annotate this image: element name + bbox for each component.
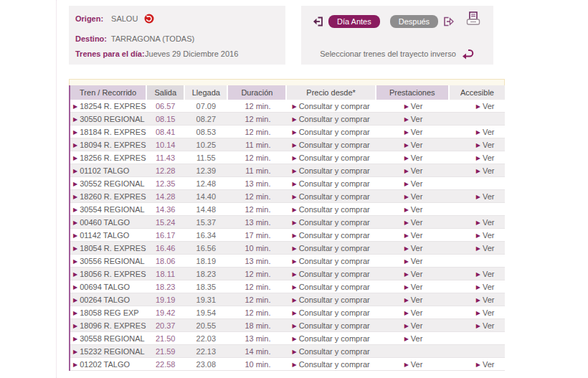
prestaciones-ver-link[interactable]: ▶Ver <box>404 244 423 252</box>
consultar-comprar-link[interactable]: ▶Consultar y comprar <box>292 257 369 265</box>
accesible-ver-link[interactable]: ▶Ver <box>476 153 495 162</box>
train-link[interactable]: 18254 R. EXPRES <box>80 102 146 110</box>
exit-left-icon[interactable] <box>311 16 324 27</box>
consultar-comprar-link[interactable]: ▶Consultar y comprar <box>292 308 369 317</box>
consultar-comprar-link[interactable]: ▶Consultar y comprar <box>292 334 369 343</box>
prestaciones-ver-link[interactable]: ▶Ver <box>404 360 423 369</box>
prestaciones-ver-link[interactable]: ▶Ver <box>404 128 423 136</box>
consultar-comprar-link[interactable]: ▶Consultar y comprar <box>292 231 369 240</box>
prestaciones-ver-link[interactable]: ▶Ver <box>404 166 423 175</box>
consultar-comprar-link[interactable]: ▶Consultar y comprar <box>292 360 369 369</box>
prestaciones-ver-link[interactable]: ▶Ver <box>404 296 423 304</box>
duracion-cell: 10 min. <box>227 358 286 371</box>
train-link[interactable]: 18260 R. EXPRES <box>80 192 146 201</box>
consultar-comprar-link[interactable]: ▶Consultar y comprar <box>292 347 369 356</box>
prestaciones-ver-link[interactable]: ▶Ver <box>404 179 423 188</box>
consultar-comprar-link[interactable]: ▶Consultar y comprar <box>292 153 369 162</box>
train-link[interactable]: 18256 R. EXPRES <box>80 153 146 162</box>
llegada-cell: 10.25 <box>184 138 227 151</box>
origin-refresh-icon[interactable] <box>144 14 154 25</box>
bullet-arrow-icon: ▶ <box>476 103 480 110</box>
train-link[interactable]: 18096 R. EXPRES <box>80 321 146 330</box>
train-link[interactable]: 18054 R. EXPRES <box>80 244 146 252</box>
precio-cell: ▶Consultar y comprar <box>286 164 375 177</box>
train-link[interactable]: 18094 R. EXPRES <box>80 141 146 149</box>
prestaciones-ver-link[interactable]: ▶Ver <box>404 102 423 110</box>
prestaciones-ver-link[interactable]: ▶Ver <box>404 141 423 149</box>
train-link[interactable]: 18058 REG EXP <box>80 308 139 317</box>
accesible-ver-link[interactable]: ▶Ver <box>476 308 495 317</box>
train-link[interactable]: 01202 TALGO <box>80 360 130 369</box>
bullet-arrow-icon: ▶ <box>476 245 480 252</box>
train-link[interactable]: 18056 R. EXPRES <box>80 270 146 278</box>
day-before-button[interactable]: Día Antes <box>328 15 380 28</box>
prestaciones-cell: ▶Ver <box>376 126 449 138</box>
accesible-ver-link[interactable]: ▶Ver <box>476 244 495 252</box>
train-link[interactable]: 18184 R. EXPRES <box>80 128 146 136</box>
consultar-comprar-link[interactable]: ▶Consultar y comprar <box>292 321 369 330</box>
consultar-comprar-link[interactable]: ▶Consultar y comprar <box>292 205 369 214</box>
consultar-comprar-link[interactable]: ▶Consultar y comprar <box>292 179 369 188</box>
train-link[interactable]: 30550 REGIONAL <box>80 115 145 123</box>
accesible-ver-link[interactable]: ▶Ver <box>476 321 495 330</box>
prestaciones-ver-link[interactable]: ▶Ver <box>404 231 423 240</box>
prestaciones-ver-link[interactable]: ▶Ver <box>404 321 423 330</box>
train-link[interactable]: 00694 TALGO <box>80 283 130 291</box>
consultar-comprar-link[interactable]: ▶Consultar y comprar <box>292 128 369 136</box>
train-link[interactable]: 01142 TALGO <box>80 231 129 240</box>
train-link[interactable]: 00264 TALGO <box>80 296 130 304</box>
train-link[interactable]: 30554 REGIONAL <box>80 205 145 214</box>
train-link[interactable]: 30552 REGIONAL <box>80 179 145 188</box>
precio-cell: ▶Consultar y comprar <box>286 229 375 242</box>
consultar-comprar-link[interactable]: ▶Consultar y comprar <box>292 115 369 123</box>
inverse-route-link[interactable]: Seleccionar trenes del trayecto inverso <box>301 47 493 60</box>
prestaciones-ver-link[interactable]: ▶Ver <box>404 205 423 214</box>
consultar-comprar-link[interactable]: ▶Consultar y comprar <box>292 192 369 201</box>
prestaciones-cell: ▶Ver <box>376 216 449 229</box>
accesible-ver-link[interactable]: ▶Ver <box>476 231 495 240</box>
prestaciones-cell: ▶Ver <box>376 255 449 268</box>
consultar-comprar-link[interactable]: ▶Consultar y comprar <box>292 102 369 110</box>
consultar-comprar-link[interactable]: ▶Consultar y comprar <box>292 283 369 291</box>
bullet-arrow-icon: ▶ <box>404 194 409 200</box>
train-cell: ▶18056 R. EXPRES <box>70 268 146 280</box>
precio-cell: ▶Consultar y comprar <box>286 255 375 268</box>
accesible-ver-link[interactable]: ▶Ver <box>476 360 495 369</box>
train-link[interactable]: 15232 REGIONAL <box>80 347 145 356</box>
train-link[interactable]: 00460 TALGO <box>80 218 130 227</box>
prestaciones-ver-link[interactable]: ▶Ver <box>404 283 423 291</box>
consultar-comprar-link[interactable]: ▶Consultar y comprar <box>292 166 369 175</box>
prestaciones-ver-link[interactable]: ▶Ver <box>404 257 423 265</box>
bullet-arrow-icon: ▶ <box>292 336 296 342</box>
consultar-comprar-link[interactable]: ▶Consultar y comprar <box>292 244 369 252</box>
consultar-comprar-link[interactable]: ▶Consultar y comprar <box>292 141 369 149</box>
accesible-ver-link[interactable]: ▶Ver <box>476 192 495 201</box>
prestaciones-ver-link[interactable]: ▶Ver <box>404 153 423 162</box>
accesible-ver-link[interactable]: ▶Ver <box>476 296 495 304</box>
exit-right-icon[interactable] <box>442 16 455 27</box>
accesible-ver-link[interactable]: ▶Ver <box>476 270 495 278</box>
accesible-ver-link[interactable]: ▶Ver <box>476 283 495 291</box>
train-link[interactable]: 01102 TALGO <box>80 166 129 175</box>
bullet-arrow-icon: ▶ <box>476 271 480 278</box>
day-after-button[interactable]: Después <box>390 15 438 28</box>
prestaciones-ver-link[interactable]: ▶Ver <box>404 308 423 317</box>
train-link[interactable]: 30556 REGIONAL <box>80 257 145 265</box>
prestaciones-ver-link[interactable]: ▶Ver <box>404 218 423 227</box>
train-cell: ▶18058 REG EXP <box>70 306 146 319</box>
print-icon[interactable] <box>465 11 482 32</box>
prestaciones-ver-link[interactable]: ▶Ver <box>404 192 423 201</box>
prestaciones-ver-link[interactable]: ▶Ver <box>404 270 423 278</box>
train-row: ▶18096 R. EXPRES 20.37 20.55 18 min. ▶Co… <box>70 319 505 332</box>
accesible-ver-link[interactable]: ▶Ver <box>476 128 495 136</box>
accesible-ver-link[interactable]: ▶Ver <box>476 166 495 175</box>
consultar-comprar-link[interactable]: ▶Consultar y comprar <box>292 218 369 227</box>
consultar-comprar-link[interactable]: ▶Consultar y comprar <box>292 296 369 304</box>
accesible-ver-link[interactable]: ▶Ver <box>476 102 495 110</box>
accesible-ver-link[interactable]: ▶Ver <box>476 218 495 227</box>
train-link[interactable]: 30558 REGIONAL <box>80 334 145 343</box>
prestaciones-ver-link[interactable]: ▶Ver <box>404 115 423 123</box>
consultar-comprar-link[interactable]: ▶Consultar y comprar <box>292 270 369 278</box>
accesible-ver-link[interactable]: ▶Ver <box>476 141 495 149</box>
prestaciones-ver-link[interactable]: ▶Ver <box>404 334 423 343</box>
